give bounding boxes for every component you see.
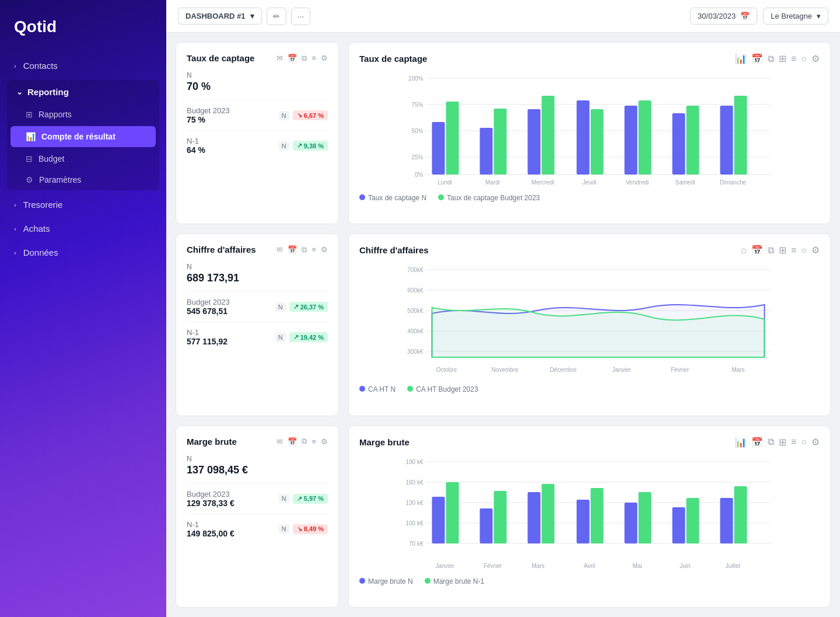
grid-icon-mb[interactable]: ⊞ xyxy=(779,437,786,448)
ca-small-card: Chiffre d'affaires ✉ 📅 ⧉ ≡ ⚙ N 689 173,9… xyxy=(176,233,339,416)
mail-icon-mb[interactable]: ✉ xyxy=(276,437,283,446)
calendar-icon-mb2[interactable]: 📅 xyxy=(751,437,763,448)
copy-icon-ca2[interactable]: ⧉ xyxy=(768,245,774,256)
mail-icon[interactable]: ✉ xyxy=(276,54,283,62)
svg-rect-25 xyxy=(673,113,685,175)
settings-icon-ca2[interactable]: ⚙ xyxy=(811,245,820,256)
circle-icon-mb[interactable]: ○ xyxy=(801,437,807,447)
sidebar-reporting-section: ⌄ Reporting ⊞ Rapports 📊 Compte de résul… xyxy=(7,80,159,190)
copy-icon-ca[interactable]: ⧉ xyxy=(302,245,307,255)
sidebar-item-parametres[interactable]: ⚙ Paramètres xyxy=(7,169,159,190)
sidebar-contacts-label: Contacts xyxy=(23,61,58,71)
sidebar-reporting-header[interactable]: ⌄ Reporting xyxy=(7,80,159,104)
calendar-icon-sm[interactable]: 📅 xyxy=(288,54,297,62)
table-icon: ⊞ xyxy=(26,110,33,119)
taux-n1-right: N ↗ 9,38 % xyxy=(279,141,328,151)
svg-rect-11 xyxy=(446,102,459,175)
date-picker[interactable]: 30/03/2023 📅 xyxy=(690,8,757,25)
sidebar-item-contacts[interactable]: › Contacts xyxy=(0,54,166,78)
region-selector[interactable]: Le Bretagne ▾ xyxy=(763,8,828,25)
ca-title: Chiffre d'affaires xyxy=(187,245,256,255)
taux-legend-n: Taux de captage N xyxy=(368,194,426,202)
ca-chart-legend: CA HT N CA HT Budget 2023 xyxy=(359,385,820,393)
marge-chart-actions: 📊 📅 ⧉ ⊞ ≡ ○ ⚙ xyxy=(735,437,820,448)
marge-chart-card: Marge brute 📊 📅 ⧉ ⊞ ≡ ○ ⚙ 190 k€ 16 xyxy=(348,426,831,608)
circle-icon-ch[interactable]: ○ xyxy=(801,54,807,64)
marge-header: Marge brute ✉ 📅 ⧉ ≡ ⚙ xyxy=(187,437,328,447)
ca-chart-actions: ⌂ 📅 ⧉ ⊞ ≡ ○ ⚙ xyxy=(741,245,820,256)
achats-label: Achats xyxy=(23,224,50,233)
sidebar-item-budget[interactable]: ⊟ Budget xyxy=(7,148,159,169)
list-icon[interactable]: ≡ xyxy=(312,54,316,62)
taux-n-section: N 70 % xyxy=(187,71,328,93)
donnees-label: Données xyxy=(23,248,58,257)
calendar-icon-ca[interactable]: 📅 xyxy=(288,245,297,254)
mail-icon-ca[interactable]: ✉ xyxy=(276,245,283,254)
tresorerie-label: Tresorerie xyxy=(23,200,63,210)
bar-chart-icon[interactable]: 📊 xyxy=(735,53,747,64)
ca-budget-value: 545 678,51 xyxy=(187,306,230,316)
marge-n-value: 137 098,45 € xyxy=(187,464,328,476)
copy-icon-mb2[interactable]: ⧉ xyxy=(768,437,774,447)
list-icon-ch[interactable]: ≡ xyxy=(791,54,796,64)
marge-chart-title: Marge brute xyxy=(359,437,410,447)
grid-icon-ch[interactable]: ⊞ xyxy=(779,53,786,64)
circle-icon-ca[interactable]: ○ xyxy=(801,245,807,256)
chart-icon: 📊 xyxy=(26,132,36,141)
ca-n1-badge: ↗ 19,42 % xyxy=(289,332,328,342)
list-icon-ca2[interactable]: ≡ xyxy=(791,245,796,256)
settings-icon-ca[interactable]: ⚙ xyxy=(321,245,328,254)
marge-n-section: N 137 098,45 € xyxy=(187,455,328,476)
budget-label: Budget xyxy=(38,154,64,163)
svg-rect-20 xyxy=(591,109,604,175)
marge-chart-header: Marge brute 📊 📅 ⧉ ⊞ ≡ ○ ⚙ xyxy=(359,437,820,448)
marge-small-card: Marge brute ✉ 📅 ⧉ ≡ ⚙ N 137 098,45 € Bud… xyxy=(176,426,339,608)
ca-legend-n: CA HT N xyxy=(368,385,396,393)
list-icon-ca[interactable]: ≡ xyxy=(312,245,316,254)
settings-icon-mb[interactable]: ⚙ xyxy=(321,437,328,446)
sidebar-item-tresorerie[interactable]: › Tresorerie xyxy=(0,193,166,217)
copy-icon-ch[interactable]: ⧉ xyxy=(768,54,774,64)
sidebar-item-rapports[interactable]: ⊞ Rapports xyxy=(7,104,159,125)
marge-budget-row: Budget 2023 129 378,33 € N ↗ 5,97 % xyxy=(187,483,328,514)
marge-actions: ✉ 📅 ⧉ ≡ ⚙ xyxy=(276,437,328,446)
list-icon-mb[interactable]: ≡ xyxy=(312,437,316,446)
dashboard-selector[interactable]: DASHBOARD #1 ▾ xyxy=(178,8,262,25)
bar-icon-mb[interactable]: 📊 xyxy=(735,437,747,448)
grid-icon-ca[interactable]: ⊞ xyxy=(779,245,786,256)
home-icon-ca[interactable]: ⌂ xyxy=(741,245,747,256)
marge-budget-value: 129 378,33 € xyxy=(187,499,235,508)
calendar-icon-mb[interactable]: 📅 xyxy=(288,437,297,446)
sidebar-item-compte[interactable]: 📊 Compte de résultat xyxy=(10,126,156,147)
chevron-right-icon-2: › xyxy=(14,201,16,208)
ca-budget-right: N ↗ 26,37 % xyxy=(275,302,328,312)
topbar: DASHBOARD #1 ▾ ✏ ··· 30/03/2023 📅 Le Bre… xyxy=(166,0,840,33)
svg-rect-58 xyxy=(446,482,459,543)
chevron-down-region: ▾ xyxy=(817,12,821,20)
svg-rect-57 xyxy=(432,497,445,543)
marge-n-label: N xyxy=(187,455,328,463)
edit-button[interactable]: ✏ xyxy=(267,8,286,25)
marge-n1-badge: ↘ 8,49 % xyxy=(293,524,328,534)
copy-icon[interactable]: ⧉ xyxy=(302,54,307,63)
svg-rect-60 xyxy=(480,508,493,543)
settings-icon[interactable]: ⚙ xyxy=(321,54,328,62)
calendar-icon-ch[interactable]: 📅 xyxy=(751,53,763,64)
more-button[interactable]: ··· xyxy=(291,8,311,25)
svg-rect-76 xyxy=(734,486,747,543)
ca-budget-badge: ↗ 26,37 % xyxy=(289,302,328,312)
svg-rect-10 xyxy=(432,122,445,175)
marge-chart-svg: 190 k€ 160 k€ 130 k€ 100 k€ 70 k€ Janvie… xyxy=(359,456,820,573)
svg-text:Juillet: Juillet xyxy=(726,563,741,569)
sidebar-item-achats[interactable]: › Achats xyxy=(0,217,166,240)
copy-icon-mb[interactable]: ⧉ xyxy=(302,437,307,446)
compte-label: Compte de résultat xyxy=(41,132,116,141)
ca-actions: ✉ 📅 ⧉ ≡ ⚙ xyxy=(276,245,328,255)
calendar-icon-ca2[interactable]: 📅 xyxy=(751,245,763,256)
sidebar-item-donnees[interactable]: › Données xyxy=(0,240,166,264)
settings-icon-mb2[interactable]: ⚙ xyxy=(811,437,820,448)
ca-header: Chiffre d'affaires ✉ 📅 ⧉ ≡ ⚙ xyxy=(187,245,328,255)
svg-text:Juin: Juin xyxy=(680,563,690,569)
list-icon-mb2[interactable]: ≡ xyxy=(791,437,796,447)
settings-icon-ch[interactable]: ⚙ xyxy=(811,53,820,64)
